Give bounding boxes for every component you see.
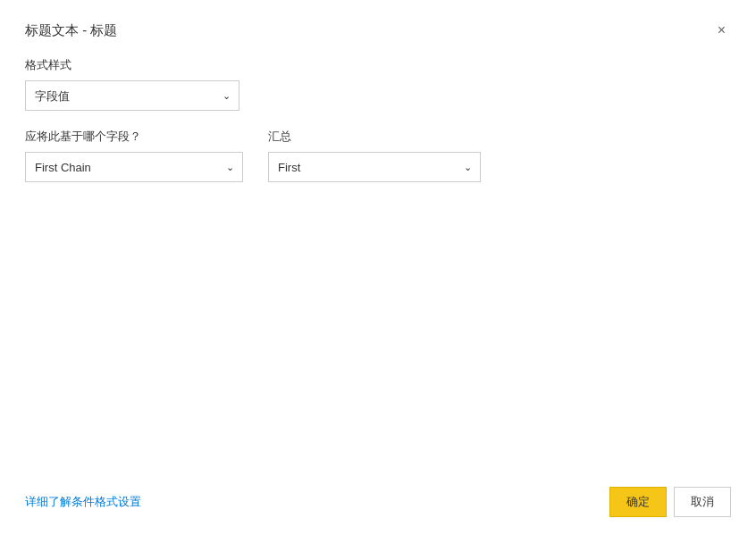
field-select-wrapper: First Chain Second Chain Third Chain ⌄: [25, 152, 243, 182]
format-style-wrapper: 字段值 百分比 自定义 ⌄: [25, 80, 239, 111]
field-row: 应将此基于哪个字段？ First Chain Second Chain Thir…: [25, 129, 731, 182]
field-group: 应将此基于哪个字段？ First Chain Second Chain Thir…: [25, 129, 243, 182]
summary-select[interactable]: First Last Count Sum Average: [268, 152, 481, 182]
format-style-select[interactable]: 字段值 百分比 自定义: [25, 80, 239, 111]
format-style-section: 格式样式 字段值 百分比 自定义 ⌄: [25, 57, 731, 111]
format-style-label: 格式样式: [25, 57, 731, 73]
dialog-footer: 详细了解条件格式设置 确定 取消: [25, 476, 731, 517]
learn-more-link[interactable]: 详细了解条件格式设置: [25, 494, 141, 510]
dialog: 标题文本 - 标题 × 格式样式 字段值 百分比 自定义 ⌄ 应将此基于哪个字段…: [0, 0, 756, 535]
field-select[interactable]: First Chain Second Chain Third Chain: [25, 152, 243, 182]
summary-group: 汇总 First Last Count Sum Average ⌄: [268, 129, 481, 182]
field-label: 应将此基于哪个字段？: [25, 129, 243, 145]
footer-buttons: 确定 取消: [609, 487, 731, 517]
dialog-title: 标题文本 - 标题: [25, 22, 117, 39]
close-icon: ×: [718, 22, 726, 38]
confirm-button[interactable]: 确定: [609, 487, 667, 517]
close-button[interactable]: ×: [712, 21, 731, 39]
summary-select-wrapper: First Last Count Sum Average ⌄: [268, 152, 481, 182]
title-bar: 标题文本 - 标题 ×: [25, 21, 731, 39]
summary-label: 汇总: [268, 129, 481, 145]
cancel-button[interactable]: 取消: [674, 487, 731, 517]
